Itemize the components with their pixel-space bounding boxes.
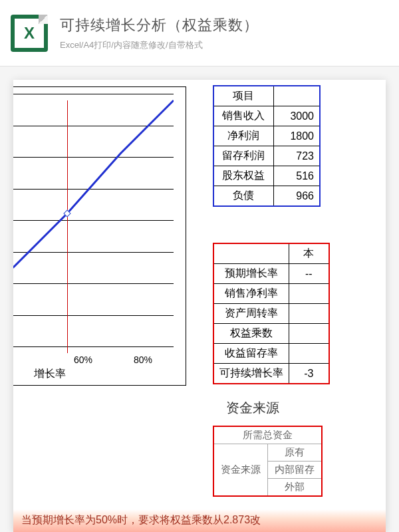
fund-side-label: 资金来源 — [213, 444, 268, 497]
analysis-note: 当预期增长率为50%时，要求将权益乘数从2.873改 — [13, 509, 386, 532]
section-heading: 资金来源 — [226, 399, 279, 417]
funding-sources-table: 所需总资金 资金来源 原有 内部留存 外部 — [213, 426, 323, 497]
x-tick: 80% — [134, 354, 152, 365]
growth-chart: 60% 80% 增长率 — [13, 86, 186, 386]
table-row: 销售收入3000 — [213, 106, 320, 126]
fund-row: 外部 — [268, 479, 323, 497]
reference-line — [67, 100, 68, 353]
table-row: 收益留存率 — [213, 344, 329, 364]
table-row: 销售净利率 — [213, 284, 329, 304]
table-row: 留存利润723 — [213, 146, 320, 166]
col-header: 本 — [289, 243, 329, 264]
table-row: 股东权益516 — [213, 166, 320, 186]
x-tick: 60% — [74, 354, 92, 365]
plot-area — [13, 94, 174, 346]
financial-data-table: 项目 销售收入3000 净利润1800 留存利润723 股东权益516 负债96… — [213, 85, 321, 207]
table-row: 资产周转率 — [213, 304, 329, 324]
table-row: 权益乘数 — [213, 324, 329, 344]
file-header: 可持续增长分析（权益乘数） Excel/A4打印/内容随意修改/自带格式 — [0, 0, 399, 66]
col-header: 项目 — [213, 86, 273, 106]
document-subtitle: Excel/A4打印/内容随意修改/自带格式 — [60, 39, 259, 51]
fund-row: 内部留存 — [268, 462, 323, 479]
excel-icon — [11, 15, 48, 52]
growth-metrics-table: 本 预期增长率-- 销售净利率 资产周转率 权益乘数 收益留存率 可持续增长率-… — [213, 243, 330, 384]
x-axis-label: 增长率 — [34, 367, 66, 381]
table-row: 可持续增长率-3 — [213, 364, 329, 384]
document-title: 可持续增长分析（权益乘数） — [60, 15, 259, 35]
table-row: 负债966 — [213, 186, 320, 207]
fund-header: 所需总资金 — [213, 426, 322, 444]
table-row: 净利润1800 — [213, 126, 320, 146]
table-row: 预期增长率-- — [213, 264, 329, 284]
document-preview: 60% 80% 增长率 项目 销售收入3000 净利润1800 留存利润723 … — [13, 80, 386, 532]
data-line — [13, 94, 174, 346]
fund-row: 原有 — [268, 444, 323, 462]
